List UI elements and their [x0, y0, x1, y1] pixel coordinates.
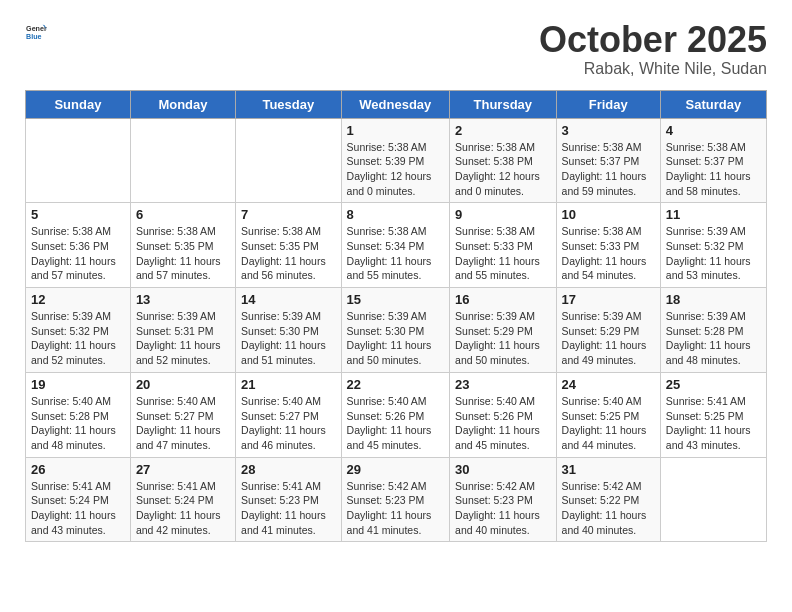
day-number: 29 — [347, 462, 444, 477]
day-number: 24 — [562, 377, 655, 392]
day-number: 19 — [31, 377, 125, 392]
header-row: Sunday Monday Tuesday Wednesday Thursday… — [26, 90, 767, 118]
day-number: 20 — [136, 377, 230, 392]
day-info: Sunrise: 5:42 AM Sunset: 5:23 PM Dayligh… — [455, 479, 551, 538]
day-number: 7 — [241, 207, 336, 222]
day-cell — [236, 118, 342, 203]
day-cell: 17Sunrise: 5:39 AM Sunset: 5:29 PM Dayli… — [556, 288, 660, 373]
col-monday: Monday — [130, 90, 235, 118]
week-row-2: 5Sunrise: 5:38 AM Sunset: 5:36 PM Daylig… — [26, 203, 767, 288]
day-number: 25 — [666, 377, 761, 392]
day-info: Sunrise: 5:39 AM Sunset: 5:30 PM Dayligh… — [241, 309, 336, 368]
col-friday: Friday — [556, 90, 660, 118]
day-number: 16 — [455, 292, 551, 307]
day-info: Sunrise: 5:40 AM Sunset: 5:26 PM Dayligh… — [347, 394, 444, 453]
day-cell: 31Sunrise: 5:42 AM Sunset: 5:22 PM Dayli… — [556, 457, 660, 542]
day-info: Sunrise: 5:39 AM Sunset: 5:29 PM Dayligh… — [562, 309, 655, 368]
day-info: Sunrise: 5:38 AM Sunset: 5:37 PM Dayligh… — [562, 140, 655, 199]
day-cell: 20Sunrise: 5:40 AM Sunset: 5:27 PM Dayli… — [130, 372, 235, 457]
day-number: 27 — [136, 462, 230, 477]
day-number: 14 — [241, 292, 336, 307]
col-wednesday: Wednesday — [341, 90, 449, 118]
day-info: Sunrise: 5:42 AM Sunset: 5:22 PM Dayligh… — [562, 479, 655, 538]
week-row-5: 26Sunrise: 5:41 AM Sunset: 5:24 PM Dayli… — [26, 457, 767, 542]
location: Rabak, White Nile, Sudan — [539, 60, 767, 78]
svg-text:General: General — [26, 25, 47, 33]
day-info: Sunrise: 5:41 AM Sunset: 5:23 PM Dayligh… — [241, 479, 336, 538]
day-number: 18 — [666, 292, 761, 307]
day-cell: 27Sunrise: 5:41 AM Sunset: 5:24 PM Dayli… — [130, 457, 235, 542]
day-number: 28 — [241, 462, 336, 477]
logo-icon: General Blue — [25, 20, 47, 42]
day-info: Sunrise: 5:39 AM Sunset: 5:31 PM Dayligh… — [136, 309, 230, 368]
day-number: 13 — [136, 292, 230, 307]
day-info: Sunrise: 5:39 AM Sunset: 5:32 PM Dayligh… — [31, 309, 125, 368]
day-cell: 11Sunrise: 5:39 AM Sunset: 5:32 PM Dayli… — [660, 203, 766, 288]
day-cell: 10Sunrise: 5:38 AM Sunset: 5:33 PM Dayli… — [556, 203, 660, 288]
day-cell: 14Sunrise: 5:39 AM Sunset: 5:30 PM Dayli… — [236, 288, 342, 373]
day-cell: 25Sunrise: 5:41 AM Sunset: 5:25 PM Dayli… — [660, 372, 766, 457]
day-number: 8 — [347, 207, 444, 222]
day-cell: 3Sunrise: 5:38 AM Sunset: 5:37 PM Daylig… — [556, 118, 660, 203]
col-thursday: Thursday — [450, 90, 557, 118]
day-cell: 21Sunrise: 5:40 AM Sunset: 5:27 PM Dayli… — [236, 372, 342, 457]
day-info: Sunrise: 5:38 AM Sunset: 5:38 PM Dayligh… — [455, 140, 551, 199]
day-number: 23 — [455, 377, 551, 392]
day-number: 2 — [455, 123, 551, 138]
day-cell: 22Sunrise: 5:40 AM Sunset: 5:26 PM Dayli… — [341, 372, 449, 457]
day-info: Sunrise: 5:40 AM Sunset: 5:27 PM Dayligh… — [241, 394, 336, 453]
day-cell: 2Sunrise: 5:38 AM Sunset: 5:38 PM Daylig… — [450, 118, 557, 203]
day-cell: 13Sunrise: 5:39 AM Sunset: 5:31 PM Dayli… — [130, 288, 235, 373]
calendar-table: Sunday Monday Tuesday Wednesday Thursday… — [25, 90, 767, 543]
day-info: Sunrise: 5:38 AM Sunset: 5:33 PM Dayligh… — [455, 224, 551, 283]
day-number: 17 — [562, 292, 655, 307]
day-info: Sunrise: 5:39 AM Sunset: 5:30 PM Dayligh… — [347, 309, 444, 368]
day-cell: 4Sunrise: 5:38 AM Sunset: 5:37 PM Daylig… — [660, 118, 766, 203]
day-number: 31 — [562, 462, 655, 477]
day-info: Sunrise: 5:39 AM Sunset: 5:29 PM Dayligh… — [455, 309, 551, 368]
day-cell: 5Sunrise: 5:38 AM Sunset: 5:36 PM Daylig… — [26, 203, 131, 288]
day-cell: 29Sunrise: 5:42 AM Sunset: 5:23 PM Dayli… — [341, 457, 449, 542]
col-tuesday: Tuesday — [236, 90, 342, 118]
day-info: Sunrise: 5:38 AM Sunset: 5:37 PM Dayligh… — [666, 140, 761, 199]
day-number: 4 — [666, 123, 761, 138]
svg-text:Blue: Blue — [26, 33, 42, 41]
day-info: Sunrise: 5:38 AM Sunset: 5:33 PM Dayligh… — [562, 224, 655, 283]
col-saturday: Saturday — [660, 90, 766, 118]
day-cell: 26Sunrise: 5:41 AM Sunset: 5:24 PM Dayli… — [26, 457, 131, 542]
week-row-4: 19Sunrise: 5:40 AM Sunset: 5:28 PM Dayli… — [26, 372, 767, 457]
day-cell: 23Sunrise: 5:40 AM Sunset: 5:26 PM Dayli… — [450, 372, 557, 457]
day-cell: 19Sunrise: 5:40 AM Sunset: 5:28 PM Dayli… — [26, 372, 131, 457]
day-info: Sunrise: 5:40 AM Sunset: 5:28 PM Dayligh… — [31, 394, 125, 453]
day-info: Sunrise: 5:38 AM Sunset: 5:34 PM Dayligh… — [347, 224, 444, 283]
day-cell — [26, 118, 131, 203]
day-cell: 24Sunrise: 5:40 AM Sunset: 5:25 PM Dayli… — [556, 372, 660, 457]
week-row-3: 12Sunrise: 5:39 AM Sunset: 5:32 PM Dayli… — [26, 288, 767, 373]
day-cell: 16Sunrise: 5:39 AM Sunset: 5:29 PM Dayli… — [450, 288, 557, 373]
day-number: 26 — [31, 462, 125, 477]
day-info: Sunrise: 5:41 AM Sunset: 5:25 PM Dayligh… — [666, 394, 761, 453]
day-info: Sunrise: 5:41 AM Sunset: 5:24 PM Dayligh… — [136, 479, 230, 538]
day-number: 5 — [31, 207, 125, 222]
day-info: Sunrise: 5:38 AM Sunset: 5:35 PM Dayligh… — [241, 224, 336, 283]
day-info: Sunrise: 5:39 AM Sunset: 5:28 PM Dayligh… — [666, 309, 761, 368]
month-title: October 2025 — [539, 20, 767, 60]
week-row-1: 1Sunrise: 5:38 AM Sunset: 5:39 PM Daylig… — [26, 118, 767, 203]
day-info: Sunrise: 5:40 AM Sunset: 5:25 PM Dayligh… — [562, 394, 655, 453]
day-number: 10 — [562, 207, 655, 222]
day-info: Sunrise: 5:38 AM Sunset: 5:35 PM Dayligh… — [136, 224, 230, 283]
day-cell: 8Sunrise: 5:38 AM Sunset: 5:34 PM Daylig… — [341, 203, 449, 288]
day-info: Sunrise: 5:38 AM Sunset: 5:36 PM Dayligh… — [31, 224, 125, 283]
day-cell: 9Sunrise: 5:38 AM Sunset: 5:33 PM Daylig… — [450, 203, 557, 288]
day-number: 6 — [136, 207, 230, 222]
day-number: 30 — [455, 462, 551, 477]
day-info: Sunrise: 5:41 AM Sunset: 5:24 PM Dayligh… — [31, 479, 125, 538]
day-number: 15 — [347, 292, 444, 307]
day-info: Sunrise: 5:40 AM Sunset: 5:27 PM Dayligh… — [136, 394, 230, 453]
day-number: 3 — [562, 123, 655, 138]
day-cell: 18Sunrise: 5:39 AM Sunset: 5:28 PM Dayli… — [660, 288, 766, 373]
day-info: Sunrise: 5:42 AM Sunset: 5:23 PM Dayligh… — [347, 479, 444, 538]
day-cell: 15Sunrise: 5:39 AM Sunset: 5:30 PM Dayli… — [341, 288, 449, 373]
day-cell: 7Sunrise: 5:38 AM Sunset: 5:35 PM Daylig… — [236, 203, 342, 288]
page: General Blue October 2025 Rabak, White N… — [0, 0, 792, 562]
